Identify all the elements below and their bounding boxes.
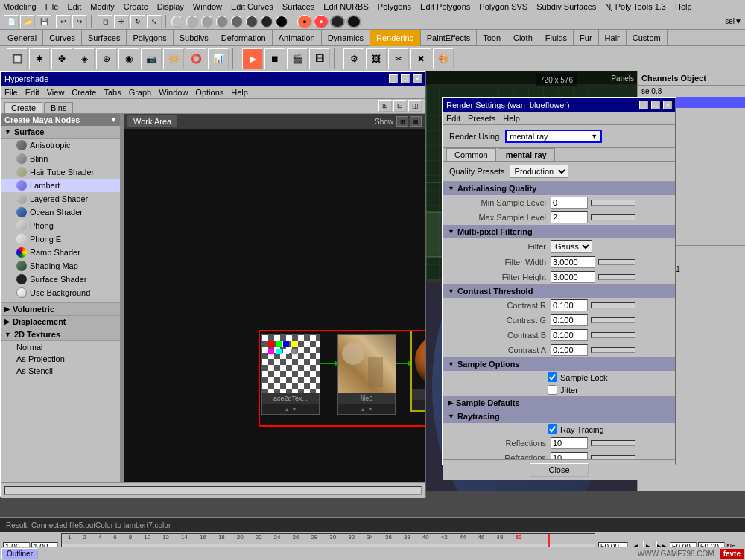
rs-cg-slider[interactable] [591, 317, 635, 323]
hs-item-lambert[interactable]: Lambert [1, 179, 120, 192]
rs-cr-input[interactable] [551, 299, 588, 311]
rs-close-button[interactable]: Close [530, 463, 588, 477]
tab-fur[interactable]: Fur [574, 30, 599, 46]
rs-filter-height-input[interactable] [551, 271, 595, 283]
menu-polygons[interactable]: Polygons [378, 2, 411, 11]
rs-filter-select[interactable]: Gauss [551, 240, 592, 253]
hs-item-anisotropic[interactable]: Anisotropic [1, 139, 120, 152]
rs-dropdown-wrapper[interactable]: mental ray ▼ [505, 130, 602, 143]
shader-node-3[interactable]: lambert7 ▲ ▼ [410, 330, 425, 412]
tab-hair[interactable]: Hair [599, 30, 627, 46]
render-icon-18[interactable]: ✖ [410, 48, 431, 69]
tb-redo[interactable]: ↪ [72, 15, 87, 28]
hs-menu-edit[interactable]: Edit [25, 88, 39, 97]
rs-ca-input[interactable] [551, 344, 588, 356]
hs-item-hairtube[interactable]: Hair Tube Shader [1, 165, 120, 179]
rs-contrast-header[interactable]: ▼ Contrast Threshold [443, 284, 675, 298]
hs-tb-1[interactable]: ⊞ [378, 100, 392, 112]
hs-section-displacement[interactable]: ▶ Displacement [1, 316, 120, 328]
hs-menu-file[interactable]: File [4, 88, 18, 97]
render-icon-12[interactable]: ⏹ [264, 48, 285, 69]
rs-max-sample-slider[interactable] [591, 214, 635, 220]
tb-save[interactable]: 💾 [37, 15, 51, 28]
rs-close-x[interactable]: ✕ [663, 101, 672, 109]
hs-tb-2[interactable]: ⊟ [393, 100, 407, 112]
hs-menu-tabs[interactable]: Tabs [104, 88, 121, 97]
hs-item-usebg[interactable]: Use Background [1, 286, 120, 299]
tab-surfaces[interactable]: Surfaces [82, 30, 127, 46]
hs-item-blinn[interactable]: Blinn [1, 152, 120, 165]
hs-maximize[interactable]: □ [401, 74, 410, 83]
render-icon-15[interactable]: ⚙ [343, 48, 364, 69]
hs-item-phong[interactable]: Phong [1, 219, 120, 232]
rs-fw-slider[interactable] [598, 259, 635, 265]
tb-select[interactable]: ◻ [98, 15, 112, 28]
rs-cb-input[interactable] [551, 329, 588, 341]
outliner-tab[interactable]: Outliner [1, 548, 38, 559]
hs-item-layered[interactable]: Layered Shader [1, 192, 120, 206]
hs-menu-view[interactable]: View [47, 88, 65, 97]
tab-curves[interactable]: Curves [43, 30, 82, 46]
hs-menu-options[interactable]: Options [195, 88, 224, 97]
menu-help[interactable]: Help [675, 2, 692, 11]
render-icon-8[interactable]: 🔆 [163, 48, 184, 69]
render-icon-19[interactable]: 🎨 [433, 48, 454, 69]
rs-cr-slider[interactable] [591, 302, 635, 308]
menu-modify[interactable]: Modify [90, 2, 114, 11]
menu-polygon-svs[interactable]: Polygon SVS [479, 2, 527, 11]
rs-reflections-input[interactable] [551, 437, 588, 449]
rs-filter-width-input[interactable] [551, 256, 595, 268]
hs-hscrollbar[interactable] [4, 486, 422, 495]
rs-cg-input[interactable] [551, 314, 588, 326]
rs-cb-slider[interactable] [591, 332, 635, 338]
tab-rendering[interactable]: Rendering [370, 30, 421, 46]
render-icon-11[interactable]: ▶ [242, 48, 263, 69]
rs-tab-common[interactable]: Common [446, 148, 496, 161]
menu-modeling[interactable]: Modeling [3, 2, 37, 11]
tb-new[interactable]: 📄 [4, 15, 19, 28]
rs-sample-lock-check[interactable] [548, 372, 557, 382]
render-icon-10[interactable]: 📊 [208, 48, 229, 69]
rs-ca-slider[interactable] [591, 347, 635, 353]
tab-animation[interactable]: Animation [273, 30, 322, 46]
render-icon-6[interactable]: ◉ [118, 48, 139, 69]
rs-multipixel-header[interactable]: ▼ Multi-pixel Filtering [443, 225, 675, 238]
rs-sample-defaults-header[interactable]: ▶ Sample Defaults [443, 396, 675, 410]
hs-item-stencil[interactable]: As Stencil [1, 365, 120, 377]
tb-move[interactable]: ✛ [114, 15, 129, 28]
menu-window[interactable]: Window [193, 2, 222, 11]
tab-fluids[interactable]: Fluids [539, 30, 574, 46]
tb-render3[interactable] [330, 15, 345, 28]
tb-undo[interactable]: ↩ [56, 15, 71, 28]
rs-min-sample-slider[interactable] [591, 200, 635, 206]
rs-ray-tracing-check[interactable] [548, 424, 557, 434]
tab-dynamics[interactable]: Dynamics [322, 30, 370, 46]
node2-arr-up[interactable]: ▲ [361, 407, 366, 412]
hs-menu-graph[interactable]: Graph [129, 88, 152, 97]
rs-fh-slider[interactable] [598, 274, 635, 280]
rs-dropdown-arrow[interactable]: ▼ [591, 133, 597, 140]
menu-create[interactable]: Create [124, 2, 148, 11]
hs-show-btn[interactable]: Show [375, 118, 393, 126]
hs-section-2dtextures[interactable]: ▼ 2D Textures [1, 328, 120, 341]
render-icon-9[interactable]: ⭕ [186, 48, 206, 69]
hs-item-phonge[interactable]: Phong E [1, 232, 120, 246]
render-icon-16[interactable]: 🖼 [366, 48, 387, 69]
menu-poly-tools[interactable]: Nj Poly Tools 1.3 [605, 2, 666, 11]
tab-toon[interactable]: Toon [477, 30, 507, 46]
tab-polygons[interactable]: Polygons [127, 30, 173, 46]
hs-item-projection[interactable]: As Projection [1, 353, 120, 365]
node1-arr-up[interactable]: ▲ [285, 407, 290, 412]
rs-refractions-input[interactable] [551, 452, 588, 459]
tb-rotate[interactable]: ↻ [130, 15, 145, 28]
node2-arr-dn[interactable]: ▼ [368, 407, 373, 412]
hs-menu-help[interactable]: Help [231, 88, 248, 97]
hs-menu-create[interactable]: Create [72, 88, 96, 97]
menu-edit-nurbs[interactable]: Edit NURBS [323, 2, 369, 11]
render-icon-2[interactable]: ✱ [29, 48, 50, 69]
tab-custom[interactable]: Custom [627, 30, 668, 46]
menu-surfaces[interactable]: Surfaces [282, 2, 314, 11]
hs-canvas[interactable]: ace2dTex... ▲ ▼ [124, 129, 425, 482]
hs-tb-3[interactable]: ◫ [408, 100, 422, 112]
shader-node-1[interactable]: ace2dTex... ▲ ▼ [261, 334, 320, 415]
